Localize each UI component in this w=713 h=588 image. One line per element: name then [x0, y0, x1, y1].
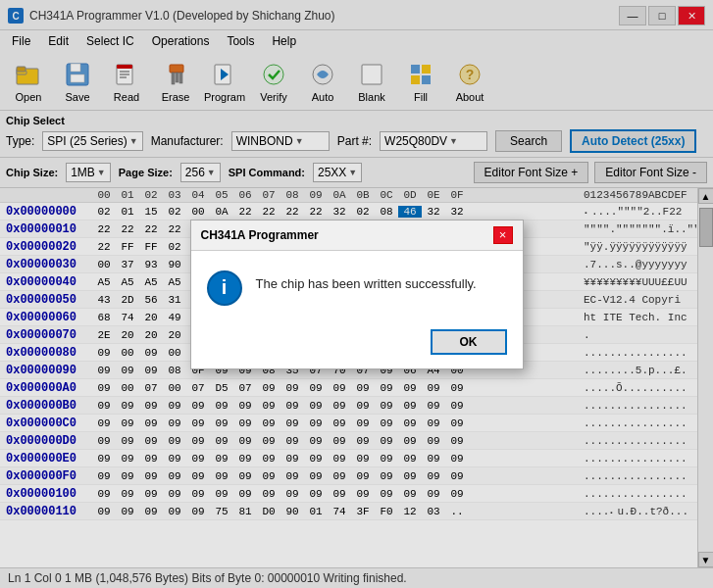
modal-info-icon: i [207, 270, 242, 306]
modal-body: i The chip has been written successfully… [191, 251, 523, 321]
modal-message: The chip has been written successfully. [256, 270, 477, 291]
modal-footer: OK [191, 321, 523, 368]
modal-icon-text: i [222, 276, 228, 299]
app-window: C CH341A Programmer V1.0 (Developed by S… [0, 0, 713, 588]
modal-title: CH341A Programmer [201, 228, 319, 242]
ok-button[interactable]: OK [431, 329, 507, 355]
modal-overlay: CH341A Programmer × i The chip has been … [0, 0, 713, 588]
modal-close-button[interactable]: × [493, 226, 513, 244]
modal-dialog: CH341A Programmer × i The chip has been … [190, 220, 524, 369]
modal-titlebar: CH341A Programmer × [191, 220, 523, 251]
